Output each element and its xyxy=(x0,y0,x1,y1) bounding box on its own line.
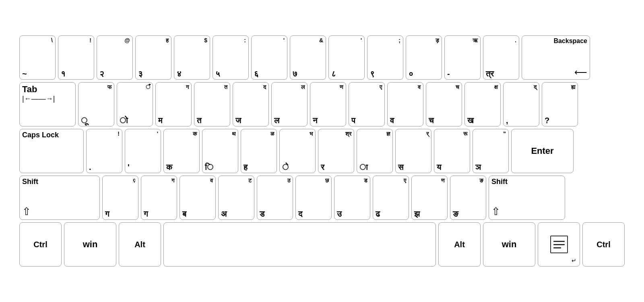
space-key[interactable] xyxy=(163,222,436,267)
key-5[interactable]: : ५ xyxy=(213,35,249,80)
key-q[interactable]: फ ू xyxy=(78,82,114,126)
key-backslash[interactable]: ह्य ? xyxy=(542,82,578,126)
shift-right-key[interactable]: Shift ⇧ xyxy=(489,176,565,220)
key-i[interactable]: ए प xyxy=(349,82,385,126)
key-2[interactable]: @ २ xyxy=(97,35,133,80)
key-slash[interactable]: ङ ङ xyxy=(450,176,486,220)
ctrl-left-key[interactable]: Ctrl xyxy=(19,222,62,267)
key-o[interactable]: व व xyxy=(387,82,423,126)
tab-key[interactable]: Tab |←——→| xyxy=(19,82,76,126)
key-1[interactable]: ! १ xyxy=(58,35,94,80)
key-t[interactable]: द ज xyxy=(233,82,269,126)
key-z[interactable]: ç ग xyxy=(102,176,138,220)
key-backtick[interactable]: \ ~ xyxy=(19,35,56,80)
enter-key[interactable]: Enter xyxy=(511,129,574,173)
keyboard-row-2: Tab |←——→| फ ू ँ ो ग म त त xyxy=(19,82,625,126)
caps-lock-key[interactable]: Caps Lock xyxy=(19,129,84,173)
key-4[interactable]: $ ४ xyxy=(174,35,210,80)
key-comma[interactable]: ए ढ xyxy=(373,176,409,220)
keyboard: \ ~ ! १ @ २ ह ३ $ ४ xyxy=(12,28,632,274)
menu-icon xyxy=(550,236,568,253)
key-minus[interactable]: ऋ - xyxy=(444,35,481,80)
ctrl-right-key[interactable]: Ctrl xyxy=(582,222,625,267)
key-c[interactable]: व ब xyxy=(180,176,216,220)
key-7[interactable]: & ७ xyxy=(290,35,326,80)
key-j[interactable]: श्र र xyxy=(318,129,354,173)
key-6[interactable]: ' ६ xyxy=(251,35,287,80)
key-0[interactable]: ड़ ० xyxy=(406,35,442,80)
key-n[interactable]: छ द xyxy=(295,176,332,220)
shift-left-key[interactable]: Shift ⇧ xyxy=(19,176,100,220)
key-d[interactable]: क क xyxy=(163,129,200,173)
win-right-key[interactable]: win xyxy=(483,222,535,267)
menu-key[interactable]: ↵ xyxy=(538,222,580,267)
key-r[interactable]: त त xyxy=(194,82,230,126)
keyboard-row-5: Ctrl win Alt Alt win xyxy=(19,222,625,267)
key-w[interactable]: ँ ो xyxy=(117,82,153,126)
key-9[interactable]: ; ९ xyxy=(367,35,403,80)
key-3[interactable]: ह ३ xyxy=(135,35,171,80)
key-k[interactable]: ज्ञ ा xyxy=(357,129,393,173)
keyboard-row-1: \ ~ ! १ @ २ ह ३ $ ४ xyxy=(19,35,625,80)
key-m[interactable]: ड उ xyxy=(334,176,370,220)
key-a[interactable]: ! . xyxy=(86,129,122,173)
key-x[interactable]: ग ग xyxy=(141,176,177,220)
key-v[interactable]: ट अ xyxy=(218,176,254,220)
key-f[interactable]: थ ि xyxy=(202,129,238,173)
keyboard-row-3: Caps Lock ! . ' ' क क थ ि xyxy=(19,129,625,173)
backspace-key[interactable]: Backspace ⟵ xyxy=(522,35,590,80)
key-equals[interactable]: . त्र xyxy=(483,35,519,80)
key-bracket-open[interactable]: क्ष ख xyxy=(464,82,501,126)
alt-right-key[interactable]: Alt xyxy=(438,222,481,267)
keyboard-row-4: Shift ⇧ ç ग ग ग व ब ट अ xyxy=(19,176,625,220)
key-semicolon[interactable]: रू य xyxy=(434,129,470,173)
key-y[interactable]: ल ल xyxy=(271,82,308,126)
key-period[interactable]: ण झ xyxy=(411,176,448,220)
key-u[interactable]: ण न xyxy=(310,82,346,126)
alt-left-key[interactable]: Alt xyxy=(119,222,161,267)
key-l[interactable]: र् स xyxy=(395,129,431,173)
key-p[interactable]: च च xyxy=(426,82,462,126)
key-e[interactable]: ग म xyxy=(155,82,192,126)
key-g[interactable]: ळ ह xyxy=(241,129,277,173)
key-s[interactable]: ' ' xyxy=(125,129,161,173)
key-quote[interactable]: " ञ xyxy=(473,129,509,173)
win-left-key[interactable]: win xyxy=(64,222,116,267)
key-h[interactable]: भ े xyxy=(279,129,316,173)
key-b[interactable]: ठ ड xyxy=(257,176,293,220)
key-8[interactable]: ' ८ xyxy=(328,35,365,80)
key-bracket-close[interactable]: द् , xyxy=(503,82,539,126)
